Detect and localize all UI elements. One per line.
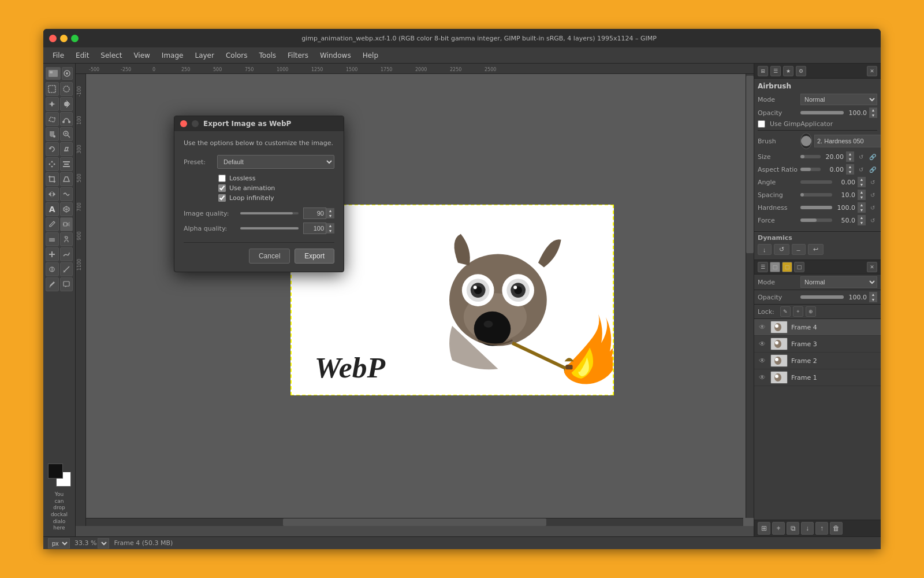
tool-flip[interactable] — [46, 187, 59, 201]
tool-perspective[interactable] — [60, 172, 73, 186]
tool-align[interactable] — [60, 157, 73, 171]
loop-infinitely-checkbox[interactable] — [218, 194, 226, 202]
aspect-reset[interactable]: ↺ — [856, 165, 866, 174]
fg-bg-colors[interactable] — [48, 464, 71, 487]
force-spin-down[interactable]: ▼ — [858, 220, 866, 225]
export-button[interactable]: Export — [295, 249, 334, 264]
tool-eraser[interactable] — [46, 232, 59, 246]
cancel-button[interactable]: Cancel — [249, 249, 290, 264]
layers-icon-1[interactable]: ☰ — [758, 262, 768, 272]
menu-file[interactable]: File — [48, 50, 69, 61]
layers-opacity-spin-up[interactable]: ▲ — [869, 292, 877, 297]
tool-by-color-select[interactable] — [60, 97, 73, 111]
hardness-slider[interactable] — [800, 206, 832, 209]
tool-color-picker[interactable] — [46, 277, 59, 291]
menu-edit[interactable]: Edit — [71, 50, 94, 61]
image-quality-slider[interactable] — [240, 212, 299, 214]
layer-eye-frame1[interactable]: 👁 — [758, 373, 767, 382]
dynamics-refresh[interactable]: ↺ — [774, 244, 789, 255]
tool-free-select[interactable] — [46, 112, 59, 126]
spacing-reset[interactable]: ↺ — [868, 190, 877, 199]
layer-delete[interactable]: 🗑 — [830, 522, 843, 535]
layer-item-frame2[interactable]: 👁 Frame 2 — [754, 353, 881, 369]
hardness-spin-down[interactable]: ▼ — [858, 208, 866, 213]
image-quality-input[interactable] — [303, 208, 326, 219]
size-spin-up[interactable]: ▲ — [846, 151, 854, 157]
dialog-min-button[interactable] — [192, 120, 199, 127]
tool-shear[interactable] — [60, 142, 73, 156]
foreground-color[interactable] — [48, 464, 63, 479]
tool-nav[interactable] — [62, 67, 73, 80]
dynamics-download[interactable]: ↓ — [758, 244, 772, 255]
menu-colors[interactable]: Colors — [221, 50, 252, 61]
tool-pencil[interactable] — [46, 217, 59, 231]
zoom-select[interactable]: ▼ — [98, 538, 109, 549]
aspect-spin-up[interactable]: ▲ — [846, 164, 854, 169]
menu-view[interactable]: View — [129, 50, 154, 61]
panel-icon-star[interactable]: ★ — [783, 66, 793, 76]
alpha-quality-spin-down[interactable]: ▼ — [326, 228, 334, 234]
tool-crop[interactable] — [46, 172, 59, 186]
unit-select[interactable]: px — [48, 538, 70, 549]
lock-pixels-button[interactable]: ✎ — [780, 306, 791, 317]
spacing-slider[interactable] — [800, 193, 832, 197]
image-quality-spin-up[interactable]: ▲ — [326, 208, 334, 213]
tool-fuzzy-select[interactable] — [46, 97, 59, 111]
maximize-button[interactable] — [71, 35, 79, 42]
tool-measure[interactable] — [60, 262, 73, 276]
menu-select[interactable]: Select — [96, 50, 126, 61]
tool-text[interactable]: A — [46, 202, 59, 216]
tool-rotate[interactable] — [46, 142, 59, 156]
hardness-reset[interactable]: ↺ — [868, 203, 877, 212]
layer-item-frame3[interactable]: 👁 Frame 3 — [754, 336, 881, 353]
hardness-spin-up[interactable]: ▲ — [858, 202, 866, 208]
brush-name-input[interactable] — [814, 135, 881, 147]
tool-select-ellipse[interactable] — [60, 82, 73, 96]
mode-select[interactable]: Normal — [800, 94, 877, 105]
dynamics-minus[interactable]: – — [792, 244, 806, 255]
panel-icon-list[interactable]: ☰ — [770, 66, 781, 76]
lossless-checkbox[interactable] — [218, 175, 226, 182]
force-slider[interactable] — [800, 218, 832, 222]
angle-spin-up[interactable]: ▲ — [858, 177, 866, 182]
dialog-close-button[interactable] — [180, 120, 187, 127]
size-slider[interactable] — [800, 155, 821, 158]
tool-move[interactable] — [46, 157, 59, 171]
force-reset[interactable]: ↺ — [868, 216, 877, 225]
opacity-spin-up[interactable]: ▲ — [869, 108, 877, 113]
size-link[interactable]: 🔗 — [868, 152, 877, 161]
lock-alpha-button[interactable]: + — [793, 306, 803, 317]
layer-eye-frame3[interactable]: 👁 — [758, 339, 767, 349]
image-quality-spin-down[interactable]: ▼ — [326, 213, 334, 218]
aspect-spin-down[interactable]: ▼ — [846, 169, 854, 175]
tool-thumbnail[interactable] — [46, 67, 61, 80]
menu-help[interactable]: Help — [358, 50, 383, 61]
tool-paths[interactable] — [60, 112, 73, 126]
opacity-spin-down[interactable]: ▼ — [869, 113, 877, 118]
use-gimp-checkbox[interactable] — [758, 120, 765, 128]
angle-reset[interactable]: ↺ — [868, 177, 877, 187]
layer-new-group[interactable]: ⊞ — [758, 522, 770, 535]
layers-icon-4[interactable]: □ — [794, 262, 804, 272]
layer-item-frame4[interactable]: 👁 Frame 4 — [754, 319, 881, 336]
size-spin-down[interactable]: ▼ — [846, 157, 854, 162]
layer-eye-frame2[interactable]: 👁 — [758, 356, 767, 365]
spacing-spin-up[interactable]: ▲ — [858, 190, 866, 195]
layers-icon-3[interactable]: □ — [782, 262, 792, 272]
dynamics-reset[interactable]: ↩ — [808, 244, 824, 255]
lock-position-button[interactable]: ⊕ — [806, 306, 816, 317]
panel-icon-grid[interactable]: ⊞ — [758, 66, 768, 76]
tool-clone[interactable] — [60, 232, 73, 246]
panel-icon-close[interactable]: ✕ — [867, 66, 877, 76]
preset-select[interactable]: Default — [217, 155, 334, 169]
layers-mode-select[interactable]: Normal — [800, 276, 877, 288]
tool-warp[interactable] — [60, 187, 73, 201]
tool-heal[interactable] — [46, 247, 59, 261]
size-reset[interactable]: ↺ — [856, 152, 866, 161]
angle-spin-down[interactable]: ▼ — [858, 182, 866, 187]
menu-filters[interactable]: Filters — [283, 50, 313, 61]
alpha-quality-spin-up[interactable]: ▲ — [326, 223, 334, 228]
layer-new[interactable]: + — [772, 522, 785, 535]
alpha-quality-input[interactable] — [303, 223, 326, 234]
use-animation-checkbox[interactable] — [218, 184, 226, 192]
